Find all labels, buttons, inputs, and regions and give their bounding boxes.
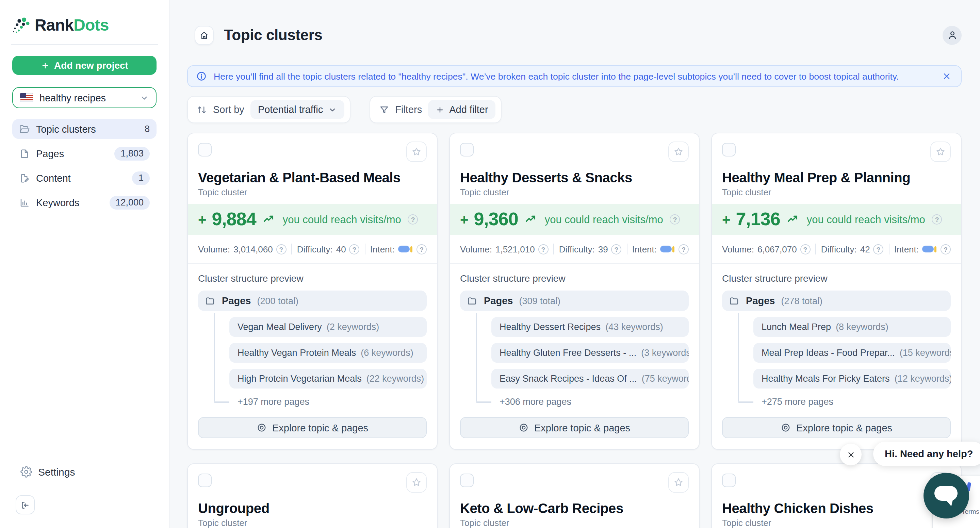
funnel-icon [379,105,389,115]
cluster-page-node[interactable]: Healthy Meals For Picky Eaters (12 keywo… [753,369,951,389]
info-banner: Here you’ll find all the topic clusters … [187,66,962,87]
help-icon[interactable]: ? [800,244,811,254]
help-icon[interactable]: ? [276,244,286,254]
sidebar-item-pages[interactable]: Pages 1,803 [12,143,156,163]
explore-topic-button[interactable]: Explore topic & pages [198,417,427,439]
speech-bubble-icon [934,486,958,501]
page-keywords-count: (43 keywords) [605,322,663,332]
cluster-page-node[interactable]: Vegan Meal Delivery (2 keywords) [229,317,427,337]
topic-cluster-card: Keto & Low-Carb Recipes Topic cluster + … [449,464,700,528]
help-icon[interactable]: ? [350,244,360,254]
page-keywords-count: (12 keywords) [894,374,951,384]
sidebar-item-content[interactable]: Content 1 [12,168,156,188]
gear-icon [21,466,32,478]
page-title: Topic clusters [224,26,322,44]
card-title: Healthy Chicken Dishes [722,501,951,517]
help-icon[interactable]: ? [417,244,427,254]
cluster-page-node[interactable]: Easy Snack Recipes - Ideas Of ... (75 ke… [492,369,689,389]
page-keywords-count: (3 keywords) [641,348,689,358]
plus-icon [40,61,49,70]
home-button[interactable] [195,25,214,45]
help-icon[interactable]: ? [679,244,689,254]
difficulty-stat: Difficulty: 40 ? [297,244,360,254]
stat-divider [627,244,627,255]
folder-icon [730,296,740,306]
favorite-star-button[interactable] [406,142,427,162]
project-name: healthy recipes [40,92,134,103]
help-icon[interactable]: ? [873,244,884,254]
explore-topic-button[interactable]: Explore topic & pages [460,417,689,439]
pages-node[interactable]: Pages (278 total) [722,291,951,311]
project-selector[interactable]: healthy recipes [12,87,156,108]
banner-close-button[interactable] [940,70,953,83]
cluster-page-node[interactable]: Healthy Dessert Recipes (43 keywords) [492,317,689,337]
bar-chart-icon [19,197,30,208]
help-icon[interactable]: ? [940,244,951,254]
cluster-page-node[interactable]: Healthy Gluten Free Desserts - ... (3 ke… [492,343,689,363]
chat-dismiss-button[interactable] [840,444,862,465]
close-icon [942,72,951,81]
card-select-checkbox[interactable] [198,143,212,157]
cluster-page-node[interactable]: Meal Prep Ideas - Food Prepar... (15 key… [753,343,951,363]
favorite-star-button[interactable] [406,472,427,493]
help-icon[interactable]: ? [670,215,680,225]
favorite-star-button[interactable] [668,142,689,162]
stat-divider [364,244,365,255]
help-icon[interactable]: ? [408,215,418,225]
card-title: Vegetarian & Plant-Based Meals [198,170,427,186]
cluster-page-node[interactable]: Healthy Vegan Protein Meals (6 keywords) [229,343,427,363]
intent-stat: Intent: ? [370,244,427,254]
chat-greeting-bubble[interactable]: Hi. Need any help? [873,442,980,466]
favorite-star-button[interactable] [930,142,951,162]
card-select-checkbox[interactable] [460,474,474,488]
card-select-checkbox[interactable] [460,143,474,157]
file-icon [19,148,30,159]
collapse-sidebar-button[interactable] [16,495,35,514]
card-stats: Volume: 3,014,060 ? Difficulty: 40 ? Int… [188,235,437,264]
card-select-checkbox[interactable] [198,474,212,488]
cluster-page-node[interactable]: Lunch Meal Prep (8 keywords) [753,317,951,337]
page-keywords-count: (15 keywords) [900,348,951,358]
topic-cluster-card: Healthy Desserts & Snacks Topic cluster … [449,133,700,450]
intent-indicator [398,246,413,253]
help-icon[interactable]: ? [611,244,622,254]
sidebar-item-keywords[interactable]: Keywords 12,000 [12,192,156,212]
info-icon [196,71,207,82]
page-keywords-count: (6 keywords) [361,348,414,358]
sidebar-item-settings[interactable]: Settings [12,466,156,478]
cluster-tree: Vegan Meal Delivery (2 keywords) Healthy… [198,317,427,409]
star-icon [673,477,684,488]
add-new-project-button[interactable]: Add new project [12,56,156,75]
card-select-checkbox[interactable] [722,474,736,488]
card-title: Keto & Low-Carb Recipes [460,501,689,517]
card-subtitle: Topic cluster [460,518,689,528]
favorite-star-button[interactable] [668,472,689,493]
close-icon [846,450,855,459]
chevron-down-icon [140,93,149,102]
user-avatar-button[interactable] [943,25,962,45]
info-banner-text: Here you’ll find all the topic clusters … [214,72,934,82]
stat-divider [291,244,292,255]
add-filter-button[interactable]: Add filter [428,100,495,119]
count-badge: 1 [132,171,150,185]
card-select-checkbox[interactable] [722,143,736,157]
pages-node[interactable]: Pages (309 total) [460,291,689,311]
pages-total: (278 total) [781,296,822,306]
card-subtitle: Topic cluster [198,188,427,198]
pages-node[interactable]: Pages (200 total) [198,291,427,311]
sidebar-item-topic-clusters[interactable]: Topic clusters 8 [12,119,156,139]
preview-label: Cluster structure preview [722,273,951,284]
trending-up-icon [525,213,538,226]
help-icon[interactable]: ? [538,244,549,254]
card-title: Healthy Desserts & Snacks [460,170,689,186]
cluster-tree: Lunch Meal Prep (8 keywords) Meal Prep I… [722,317,951,409]
help-icon[interactable]: ? [932,215,942,225]
sort-value-dropdown[interactable]: Potential traffic [250,100,344,119]
filters-group: Filters Add filter [369,96,501,124]
page-name: Healthy Gluten Free Desserts - ... [500,348,636,358]
difficulty-stat: Difficulty: 39 ? [559,244,622,254]
cluster-page-node[interactable]: High Protein Vegetarian Meals (22 keywor… [229,369,427,389]
explore-topic-button[interactable]: Explore topic & pages [722,417,951,439]
count-badge: 8 [145,124,150,134]
chat-launcher-button[interactable] [924,473,969,518]
